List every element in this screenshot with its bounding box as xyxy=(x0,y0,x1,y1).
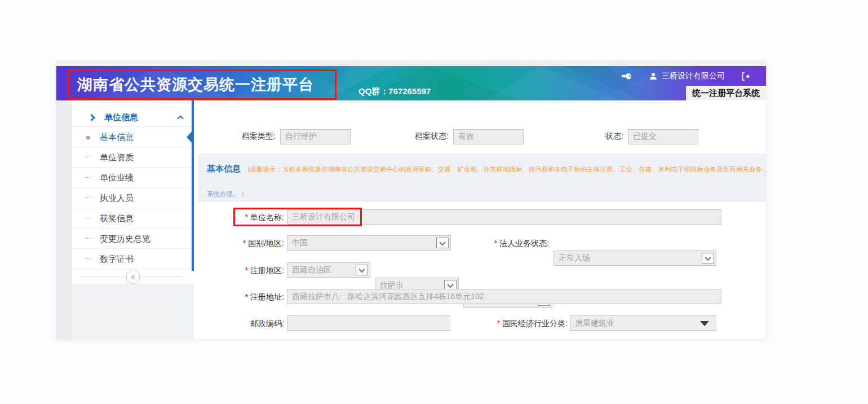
section-title: 基本信息 xyxy=(207,164,241,173)
company-name-label: *单位名称: xyxy=(194,209,284,225)
sidebar-item-practitioners[interactable]: 执业人员 xyxy=(72,188,194,208)
dropdown-chevron-icon xyxy=(436,238,449,248)
sidebar-item-label: 数字证书 xyxy=(100,254,134,264)
sidebar-item-unit-performance[interactable]: 单位业绩 xyxy=(72,168,194,188)
chevron-right-icon xyxy=(88,114,95,121)
tree-tick-icon xyxy=(85,218,91,218)
dropdown-arrow-icon[interactable] xyxy=(693,316,716,331)
key-icon[interactable] xyxy=(622,71,632,81)
region-label: *注册地区: xyxy=(194,262,284,278)
archive-type-label: 档案类型: xyxy=(242,131,276,142)
tree-tick-icon xyxy=(85,197,91,198)
sidebar-section-unit-info[interactable]: 单位信息 xyxy=(72,108,194,127)
sidebar-item-label: 基本信息 xyxy=(100,132,134,142)
form-row-country-legal: *国别/地区: 中国 *法人业务状态: 正常入场 xyxy=(194,235,766,251)
left-gutter xyxy=(56,100,72,339)
user-name-label: 三桥设计有限公司 xyxy=(662,71,725,81)
country-select[interactable]: 中国 xyxy=(287,235,451,251)
annotation-box-title: 湖南省公共资源交易统一注册平台 xyxy=(68,69,336,100)
main-content: 档案类型: 自行维护 档案状态: 有效 状态: 已提交 基本信息 (温馨提示：当… xyxy=(194,100,766,339)
sidebar-section-label: 单位信息 xyxy=(104,112,138,123)
page-title: 湖南省公共资源交易统一注册平台 xyxy=(77,74,314,95)
section-notice-part1: (温馨提示：当前本系统提供湖南省公共资源交易中心的政府采购、交通、矿业权、补充耕… xyxy=(247,166,766,173)
sidebar-collapse-button[interactable]: « xyxy=(126,270,140,284)
company-name-input[interactable]: 三桥设计有限公司 xyxy=(287,209,721,225)
system-tab[interactable]: 统一注册平台系统 xyxy=(686,86,766,100)
sidebar-item-awards[interactable]: 获奖信息 xyxy=(72,208,194,229)
sidebar-item-basic-info[interactable]: » 基本信息 xyxy=(72,127,194,147)
app-header: 湖南省公共资源交易统一注册平台 QQ群：767265597 三桥设计有限公司 统 xyxy=(56,66,766,100)
industry-combo[interactable]: 房屋建筑业 xyxy=(570,315,716,331)
sidebar: 单位信息 » 基本信息 单位资质 单位业绩 xyxy=(72,100,194,339)
legal-status-label: *法人业务状态: xyxy=(453,235,549,251)
field-archive-type: 档案类型: 自行维护 xyxy=(242,129,351,144)
status-input[interactable]: 已提交 xyxy=(628,129,698,144)
address-input[interactable]: 西藏拉萨市八一路哈达滨河花园西区五排4栋16单元102 xyxy=(287,289,721,304)
field-status: 状态: 已提交 xyxy=(605,129,698,144)
app-window: 湖南省公共资源交易统一注册平台 QQ群：767265597 三桥设计有限公司 统 xyxy=(56,61,766,339)
section-notice-part2: 系统办理。 xyxy=(207,191,240,197)
window-top-strip xyxy=(56,61,766,66)
dropdown-chevron-icon xyxy=(356,265,368,275)
sidebar-item-change-history[interactable]: 变更历史总览 xyxy=(72,229,194,249)
sidebar-item-label: 执业人员 xyxy=(100,193,134,203)
sidebar-filler xyxy=(72,284,194,339)
sidebar-item-unit-qualification[interactable]: 单位资质 xyxy=(72,147,194,168)
address-label: *注册地址: xyxy=(194,289,284,305)
tree-tick-icon xyxy=(85,177,91,178)
required-marker: * xyxy=(245,213,248,222)
active-marker-icon: » xyxy=(86,127,90,147)
sidebar-item-label: 获奖信息 xyxy=(100,213,134,223)
status-label: 状态: xyxy=(605,131,623,142)
form-row-address: *注册地址: 西藏拉萨市八一路哈达滨河花园西区五排4栋16单元102 xyxy=(194,289,766,305)
required-marker: * xyxy=(243,239,246,248)
logout-icon[interactable] xyxy=(741,72,750,81)
form-row-company-name: *单位名称: 三桥设计有限公司 xyxy=(194,209,766,225)
user-icon xyxy=(649,72,658,81)
postal-input[interactable] xyxy=(287,315,450,331)
required-marker: * xyxy=(245,266,248,275)
tree-tick-icon xyxy=(85,258,91,259)
section-notice-part3: ) xyxy=(242,191,244,197)
field-archive-status: 档案状态: 有效 xyxy=(415,129,524,144)
required-marker: * xyxy=(494,239,497,248)
user-menu[interactable]: 三桥设计有限公司 xyxy=(649,71,725,81)
sidebar-collapse-row: « xyxy=(72,270,194,284)
qq-group-label: QQ群：767265597 xyxy=(358,86,431,97)
sidebar-item-label: 单位资质 xyxy=(100,152,134,162)
country-label: *国别/地区: xyxy=(194,235,284,251)
sidebar-item-digital-cert[interactable]: 数字证书 xyxy=(72,249,194,269)
basic-info-section-header: 基本信息 (温馨提示：当前本系统提供湖南省公共资源交易中心的政府采购、交通、矿业… xyxy=(198,154,766,201)
required-marker: * xyxy=(245,292,248,301)
archive-status-input[interactable]: 有效 xyxy=(453,129,524,144)
tree-tick-icon xyxy=(85,238,91,239)
sidebar-menu: » 基本信息 单位资质 单位业绩 执业人员 获 xyxy=(72,127,194,269)
industry-label: *国民经济行业分类: xyxy=(464,315,568,331)
form-row-postal-industry: 邮政编码: *国民经济行业分类: 房屋建筑业 xyxy=(194,315,766,331)
archive-status-label: 档案状态: xyxy=(415,131,449,142)
sidebar-item-label: 单位业绩 xyxy=(100,173,134,182)
postal-label: 邮政编码: xyxy=(194,315,284,331)
form-row-region: *注册地区: 西藏自治区 拉萨市 达孜区 xyxy=(194,262,766,278)
region-province-select[interactable]: 西藏自治区 xyxy=(287,262,370,278)
tree-tick-icon xyxy=(85,157,91,157)
sidebar-item-label: 变更历史总览 xyxy=(100,234,150,243)
archive-type-input[interactable]: 自行维护 xyxy=(280,129,351,144)
required-marker: * xyxy=(497,319,500,328)
chevron-up-icon xyxy=(177,115,183,121)
header-actions: 三桥设计有限公司 xyxy=(622,71,750,81)
